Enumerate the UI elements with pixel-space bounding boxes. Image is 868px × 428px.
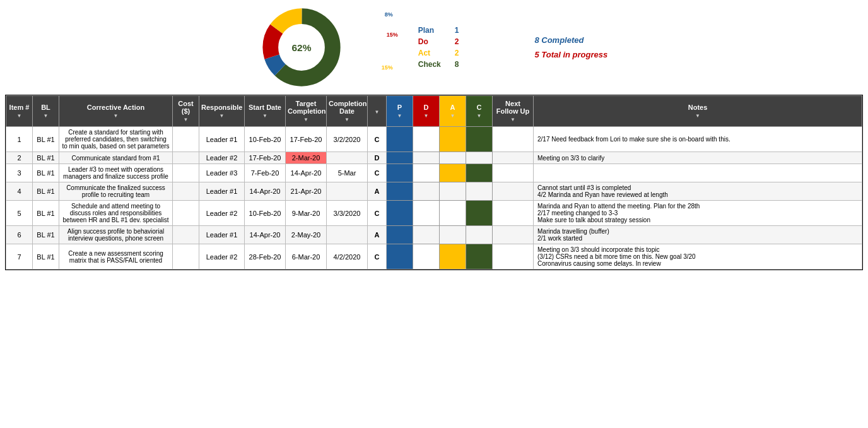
table-row: 4BL #1Communicate the finalized success … xyxy=(6,182,862,201)
legend-check-label: Check xyxy=(418,60,450,69)
col-header-d[interactable]: D▼ xyxy=(413,96,440,127)
cell-a xyxy=(440,152,466,164)
col-header-ca[interactable]: Corrective Action▼ xyxy=(59,96,173,127)
cell-d xyxy=(413,201,440,226)
cell-a xyxy=(440,201,466,226)
cell-p xyxy=(387,244,413,270)
col-header-item[interactable]: Item #▼ xyxy=(6,96,33,127)
svg-text:62%: 62% xyxy=(291,42,311,53)
cell-a xyxy=(440,182,466,201)
table-row: 2BL #1Communicate standard from #1Leader… xyxy=(6,152,862,164)
cell-c xyxy=(466,164,493,182)
cell-notes: 2/17 Need feedback from Lori to make sur… xyxy=(534,127,862,152)
table-row: 1BL #1Create a standard for starting wit… xyxy=(6,127,862,152)
col-header-responsible[interactable]: Responsible▼ xyxy=(199,96,245,127)
legend-do: Do 2 xyxy=(418,37,459,46)
legend-act-label: Act xyxy=(418,49,450,57)
cell-p xyxy=(387,201,413,226)
summary-box: 8 Completed 5 Total in progress xyxy=(534,35,607,59)
table-row: 5BL #1Schedule and attend meeting to dis… xyxy=(6,201,862,226)
legend: Plan 1 Do 2 Act 2 Check 8 xyxy=(418,26,459,69)
cell-p xyxy=(387,182,413,201)
legend-do-value: 2 xyxy=(455,37,459,46)
table-row: 7BL #1Create a new assessment scoring ma… xyxy=(6,244,862,270)
cell-c xyxy=(466,127,493,152)
table-row: 6BL #1Align success profile to behaviori… xyxy=(6,226,862,244)
cell-p xyxy=(387,226,413,244)
legend-plan: Plan 1 xyxy=(418,26,459,35)
cell-a xyxy=(440,226,466,244)
corrective-action-table: Item #▼ BL▼ Corrective Action▼ Cost ($)▼… xyxy=(6,95,862,270)
cell-notes: Marinda travelling (buffer)2/1 work star… xyxy=(534,226,862,244)
cell-notes: Meeting on 3/3 to clarify xyxy=(534,152,862,164)
cell-c xyxy=(466,182,493,201)
summary-completed: 8 Completed xyxy=(534,35,607,45)
col-header-start[interactable]: Start Date▼ xyxy=(245,96,286,127)
do-pct: 15% xyxy=(387,32,398,38)
col-header-status[interactable]: ▼ xyxy=(368,96,387,127)
col-header-next[interactable]: Next Follow Up▼ xyxy=(493,96,534,127)
legend-plan-label: Plan xyxy=(418,26,450,35)
cell-p xyxy=(387,164,413,182)
cell-d xyxy=(413,244,440,270)
legend-act: Act 2 xyxy=(418,49,459,57)
legend-plan-value: 1 xyxy=(455,26,459,35)
table-row: 3BL #1Leader #3 to meet with operations … xyxy=(6,164,862,182)
legend-check-value: 8 xyxy=(455,60,459,69)
cell-c xyxy=(466,152,493,164)
table-header-row: Item #▼ BL▼ Corrective Action▼ Cost ($)▼… xyxy=(6,96,862,127)
cell-notes: Marinda and Ryan to attend the meeting. … xyxy=(534,201,862,226)
col-header-cost[interactable]: Cost ($)▼ xyxy=(173,96,199,127)
col-header-c[interactable]: C▼ xyxy=(466,96,493,127)
cell-c xyxy=(466,201,493,226)
plan-pct: 8% xyxy=(385,11,393,18)
cell-notes xyxy=(534,164,862,182)
col-header-p[interactable]: P▼ xyxy=(387,96,413,127)
cell-notes: Meeting on 3/3 should incorporate this t… xyxy=(534,244,862,270)
cell-d xyxy=(413,164,440,182)
cell-p xyxy=(387,152,413,164)
cell-d xyxy=(413,226,440,244)
col-header-bl[interactable]: BL▼ xyxy=(33,96,59,127)
legend-check: Check 8 xyxy=(418,60,459,69)
act-pct: 15% xyxy=(382,64,393,71)
cell-a xyxy=(440,244,466,270)
cell-c xyxy=(466,244,493,270)
cell-c xyxy=(466,226,493,244)
col-header-notes[interactable]: Notes▼ xyxy=(534,96,862,127)
summary-progress: 5 Total in progress xyxy=(534,50,607,59)
cell-a xyxy=(440,127,466,152)
col-header-completion[interactable]: Completion Date▼ xyxy=(327,96,368,127)
donut-chart: 62% xyxy=(261,6,343,88)
cell-d xyxy=(413,152,440,164)
col-header-a[interactable]: A▼ xyxy=(440,96,466,127)
legend-do-label: Do xyxy=(418,37,450,46)
col-header-target[interactable]: Target Completion▼ xyxy=(286,96,327,127)
cell-notes: Cannot start until #3 is completed4/2 Ma… xyxy=(534,182,862,201)
cell-d xyxy=(413,182,440,201)
cell-p xyxy=(387,127,413,152)
legend-act-value: 2 xyxy=(455,49,459,57)
main-table-container: Item #▼ BL▼ Corrective Action▼ Cost ($)▼… xyxy=(5,95,863,270)
cell-a xyxy=(440,164,466,182)
cell-d xyxy=(413,127,440,152)
header-section: 62% 8% 15% 15% Plan 1 Do 2 Act 2 Check 8… xyxy=(0,0,868,95)
